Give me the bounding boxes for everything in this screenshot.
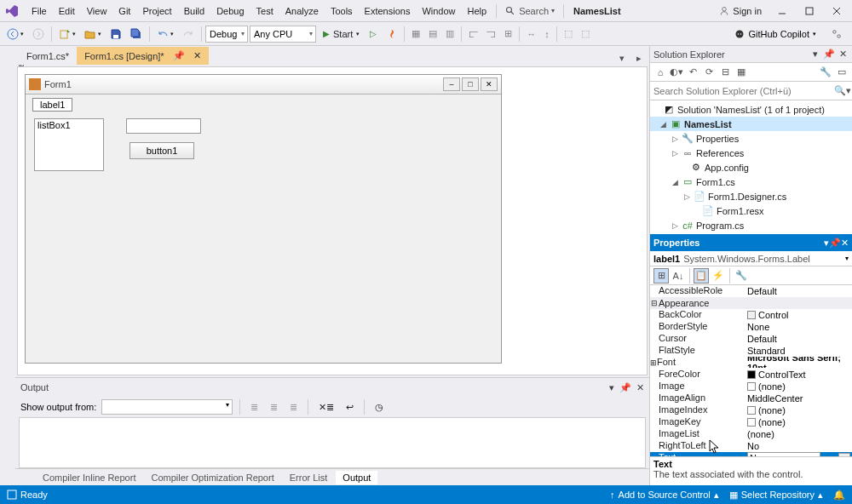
prop-row[interactable]: RightToLeftNo xyxy=(650,440,852,452)
output-btn1[interactable]: ≣ xyxy=(247,400,262,415)
align-btn2[interactable]: ⫎ xyxy=(483,27,499,41)
tab-form1-design[interactable]: Form1.cs [Design]*📌✕ xyxy=(77,47,209,65)
prop-dd-icon[interactable]: ▾ xyxy=(838,453,850,457)
se-preview-icon[interactable]: ▭ xyxy=(835,66,849,79)
se-switch-view-icon[interactable]: ◐▾ xyxy=(670,66,683,79)
props-events-icon[interactable]: ⚡ xyxy=(711,268,726,284)
output-clear-icon[interactable]: ✕≣ xyxy=(315,400,337,415)
nav-back-icon[interactable]: ▾ xyxy=(3,26,27,42)
menu-edit[interactable]: Edit xyxy=(53,3,81,20)
prop-row[interactable]: FlatStyleStandard xyxy=(650,345,852,357)
start-without-debug-icon[interactable]: ▷ xyxy=(366,27,380,40)
prop-row[interactable]: BackColorControl xyxy=(650,309,852,321)
output-wrap-icon[interactable]: ↩ xyxy=(343,400,357,415)
tree-appconfig[interactable]: ⚙App.config xyxy=(650,160,852,175)
new-project-icon[interactable]: ▾ xyxy=(55,26,79,42)
se-properties-icon[interactable]: 🔧 xyxy=(819,66,832,79)
se-search-input[interactable] xyxy=(650,83,833,99)
order-btn1[interactable]: ⬚ xyxy=(561,26,576,41)
output-textarea[interactable] xyxy=(19,417,646,468)
prop-row[interactable]: ImageKey(none) xyxy=(650,416,852,428)
order-btn2[interactable]: ⬚ xyxy=(578,26,593,41)
align-btn1[interactable]: ⫍ xyxy=(465,27,481,41)
se-dropdown-icon[interactable]: ▾ xyxy=(809,49,821,60)
form-designer[interactable]: Form1 – □ ✕ label1 listBox1 button1 xyxy=(17,66,648,375)
menu-help[interactable]: Help xyxy=(462,3,493,20)
tree-properties[interactable]: ▷🔧Properties xyxy=(650,131,852,146)
prop-row[interactable]: Image(none) xyxy=(650,381,852,392)
se-sync-icon[interactable]: ⟳ xyxy=(702,66,716,79)
menu-extensions[interactable]: Extensions xyxy=(359,3,417,20)
prop-row[interactable]: ImageAlignMiddleCenter xyxy=(650,392,852,404)
output-source-combo[interactable] xyxy=(101,399,233,415)
menu-git[interactable]: Git xyxy=(112,3,136,20)
start-button[interactable]: ▶Start▾ xyxy=(318,27,365,41)
dist-btn1[interactable]: ↔ xyxy=(523,27,539,41)
prop-row[interactable]: ⊞FontMicrosoft Sans Serif; 10pt xyxy=(650,357,852,369)
menu-test[interactable]: Test xyxy=(250,3,279,20)
output-dropdown-icon[interactable]: ▾ xyxy=(609,382,614,393)
save-icon[interactable] xyxy=(106,26,125,42)
se-collapse-icon[interactable]: ⊟ xyxy=(718,66,732,79)
tree-form1-resx[interactable]: 📄Form1.resx xyxy=(650,203,852,218)
props-pin-icon[interactable]: 📌 xyxy=(829,238,841,249)
properties-object-combo[interactable]: label1 System.Windows.Forms.Label ▾ xyxy=(650,251,852,266)
se-pending-icon[interactable]: ↶ xyxy=(686,66,699,79)
prop-row[interactable]: AccessibleRoleDefault xyxy=(650,285,852,297)
live-share-icon[interactable] xyxy=(825,26,849,43)
window-close-icon[interactable] xyxy=(825,3,849,20)
dist-btn2[interactable]: ↕ xyxy=(541,27,553,41)
menu-analyze[interactable]: Analyze xyxy=(279,3,325,20)
output-close-icon[interactable]: ✕ xyxy=(636,382,644,393)
menu-view[interactable]: View xyxy=(81,3,113,20)
prop-row[interactable]: CursorDefault xyxy=(650,333,852,345)
tab-compiler-opt[interactable]: Compiler Optimization Report xyxy=(144,471,280,484)
layout-btn2[interactable]: ▤ xyxy=(425,26,440,41)
tabs-dropdown-icon[interactable]: ▾ xyxy=(615,51,629,65)
signin-button[interactable]: Sign in xyxy=(714,4,767,18)
add-source-control-button[interactable]: ↑ Add to Source Control ▴ xyxy=(610,490,719,501)
prop-row[interactable]: ForeColorControlText xyxy=(650,369,852,381)
tree-project[interactable]: ◢▣NamesList xyxy=(650,117,852,131)
hot-reload-icon[interactable] xyxy=(382,26,400,42)
close-icon[interactable]: ✕ xyxy=(193,50,201,61)
window-maximize-icon[interactable] xyxy=(797,3,821,20)
align-btn3[interactable]: ⊞ xyxy=(501,26,515,41)
tabs-overflow-icon[interactable]: ▸ xyxy=(632,51,646,65)
props-categorized-icon[interactable]: ⊞ xyxy=(653,268,669,284)
tab-compiler-inline[interactable]: Compiler Inline Report xyxy=(36,471,142,484)
prop-category[interactable]: ⊟Appearance xyxy=(650,297,852,309)
tab-error-list[interactable]: Error List xyxy=(283,471,335,484)
prop-row-text[interactable]: Text▾ xyxy=(650,452,852,456)
layout-btn1[interactable]: ▦ xyxy=(408,26,423,41)
tree-form1-designer[interactable]: ▷📄Form1.Designer.cs xyxy=(650,189,852,203)
side-tab-toolbox[interactable]: Data Sources xyxy=(0,46,15,485)
output-btn3[interactable]: ≣ xyxy=(286,400,301,415)
tree-program[interactable]: ▷c#Program.cs xyxy=(650,218,852,232)
se-home-icon[interactable]: ⌂ xyxy=(653,66,667,79)
pin-icon[interactable]: 📌 xyxy=(173,50,185,61)
menu-window[interactable]: Window xyxy=(416,3,461,20)
menu-project[interactable]: Project xyxy=(136,3,177,20)
design-form[interactable]: Form1 – □ ✕ label1 listBox1 button1 xyxy=(25,74,502,364)
save-all-icon[interactable] xyxy=(127,26,146,42)
output-pin-icon[interactable]: 📌 xyxy=(619,382,631,393)
undo-icon[interactable]: ▾ xyxy=(153,26,177,42)
prop-row[interactable]: BorderStyleNone xyxy=(650,321,852,333)
prop-row[interactable]: ImageIndex(none) xyxy=(650,404,852,416)
menu-tools[interactable]: Tools xyxy=(325,3,359,20)
tab-form1-cs[interactable]: Form1.cs* xyxy=(19,48,77,65)
tree-solution[interactable]: ◩Solution 'NamesList' (1 of 1 project) xyxy=(650,102,852,117)
prop-text-input[interactable] xyxy=(747,452,820,456)
github-copilot-button[interactable]: GitHub Copilot▾ xyxy=(728,27,823,41)
notifications-icon[interactable]: 🔔 xyxy=(833,490,845,501)
window-minimize-icon[interactable] xyxy=(770,3,794,20)
search-menu[interactable]: Search▾ xyxy=(500,4,560,18)
design-form-body[interactable]: label1 listBox1 button1 xyxy=(26,94,501,363)
control-textbox1[interactable] xyxy=(126,118,201,134)
tree-references[interactable]: ▷▫▫References xyxy=(650,146,852,160)
tree-form1[interactable]: ◢▭Form1.cs xyxy=(650,175,852,189)
se-pin-icon[interactable]: 📌 xyxy=(823,49,835,60)
tab-compiler-inline[interactable] xyxy=(20,476,34,479)
platform-combo[interactable]: Any CPU xyxy=(250,26,316,43)
